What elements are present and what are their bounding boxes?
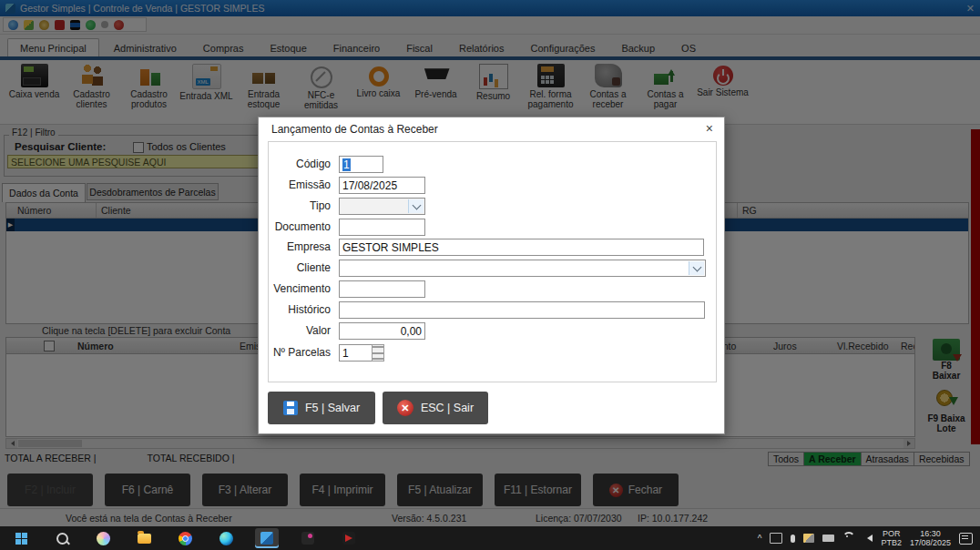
vencimento-label: Vencimento bbox=[259, 282, 331, 295]
valor-label: Valor bbox=[259, 324, 331, 337]
media-player-icon bbox=[342, 532, 355, 545]
spinner-up-icon[interactable] bbox=[372, 344, 384, 353]
emissao-label: Emissão bbox=[259, 178, 331, 191]
dialog-close-icon[interactable]: × bbox=[706, 121, 713, 136]
codigo-label: Código bbox=[259, 158, 331, 170]
save-floppy-icon bbox=[283, 401, 298, 415]
cliente-label: Cliente bbox=[259, 261, 331, 274]
tipo-dropdown-arrow-icon[interactable] bbox=[408, 199, 424, 213]
language-indicator[interactable]: POR PTB2 bbox=[881, 529, 902, 547]
documento-field[interactable] bbox=[339, 219, 425, 236]
start-button[interactable] bbox=[9, 528, 33, 548]
chrome-icon bbox=[179, 532, 192, 545]
designer-icon bbox=[301, 532, 314, 545]
taskbar-copilot[interactable] bbox=[91, 528, 115, 548]
wifi-icon[interactable] bbox=[842, 532, 855, 545]
taskbar-explorer[interactable] bbox=[132, 528, 156, 548]
historico-field[interactable] bbox=[339, 301, 705, 319]
file-explorer-icon bbox=[138, 534, 151, 544]
historico-label: Histórico bbox=[259, 303, 331, 316]
documento-label: Documento bbox=[259, 220, 331, 233]
taskbar-chrome[interactable] bbox=[173, 528, 197, 548]
tipo-combobox[interactable] bbox=[339, 198, 425, 215]
device-icon[interactable] bbox=[822, 535, 834, 542]
dialog-title: Lançamento de Contas à Receber bbox=[271, 123, 438, 136]
taskbar-gestor-simples[interactable] bbox=[255, 528, 279, 548]
taskbar-search[interactable] bbox=[50, 528, 74, 548]
cliente-dropdown-arrow-icon[interactable] bbox=[689, 261, 704, 275]
emissao-field[interactable]: 17/08/2025 bbox=[339, 177, 425, 194]
gestor-simples-app-icon bbox=[260, 532, 273, 545]
taskbar-clock[interactable]: 16:30 17/08/2025 bbox=[910, 529, 951, 547]
edge-icon bbox=[219, 532, 233, 545]
taskbar-media-app[interactable] bbox=[337, 528, 361, 548]
exit-red-x-icon: ✕ bbox=[397, 400, 413, 416]
parcelas-field[interactable]: 1 bbox=[339, 344, 373, 362]
virtual-desktop-icon[interactable] bbox=[770, 533, 782, 544]
notification-center-icon[interactable] bbox=[959, 533, 973, 545]
taskbar-designer[interactable] bbox=[296, 528, 320, 548]
valor-field[interactable]: 0,00 bbox=[339, 322, 425, 340]
desktop-screen: Gestor Simples | Controle de Venda | GES… bbox=[0, 0, 980, 550]
snip-icon[interactable] bbox=[803, 534, 814, 543]
empresa-label: Empresa bbox=[259, 240, 331, 253]
codigo-field[interactable]: 1 bbox=[339, 156, 383, 173]
parcelas-spinner[interactable] bbox=[372, 344, 384, 362]
windows-taskbar: ^ POR PTB2 16:30 17/08/2025 bbox=[0, 526, 980, 550]
salvar-button[interactable]: F5 | Salvar bbox=[268, 392, 375, 424]
copilot-icon bbox=[97, 532, 110, 545]
vencimento-field[interactable] bbox=[339, 280, 425, 298]
lancamento-contas-receber-dialog: Lançamento de Contas à Receber × Código … bbox=[258, 117, 725, 434]
sair-button[interactable]: ✕ ESC | Sair bbox=[383, 392, 488, 424]
microphone-icon[interactable] bbox=[791, 535, 795, 543]
windows-start-icon bbox=[15, 533, 27, 545]
speaker-icon[interactable] bbox=[863, 535, 873, 542]
tipo-label: Tipo bbox=[259, 199, 331, 212]
parcelas-label: Nº Parcelas bbox=[259, 346, 331, 359]
cliente-combobox[interactable] bbox=[339, 260, 706, 277]
tray-expand-icon[interactable]: ^ bbox=[758, 534, 762, 544]
empresa-field[interactable]: GESTOR SIMPLES bbox=[339, 239, 704, 256]
search-icon bbox=[56, 533, 68, 545]
taskbar-edge[interactable] bbox=[214, 528, 238, 548]
spinner-down-icon[interactable] bbox=[372, 353, 384, 362]
